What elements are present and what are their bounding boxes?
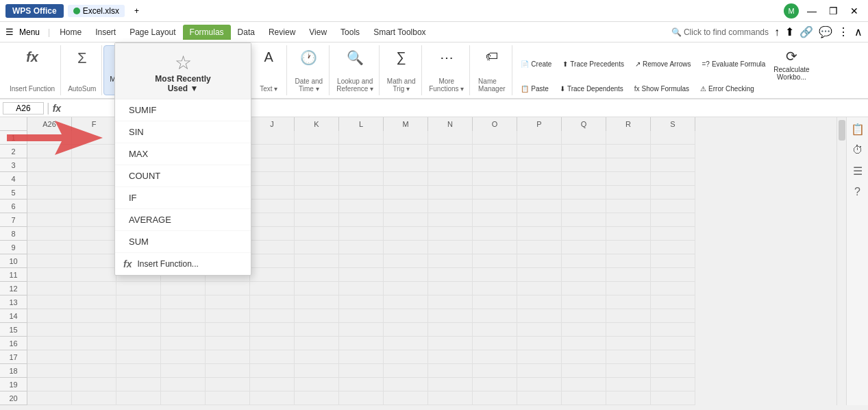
grid-cell-r12c5[interactable]: [250, 282, 295, 296]
grid-cell-r15c9[interactable]: [428, 323, 473, 337]
grid-cell-r1c5[interactable]: [250, 131, 295, 145]
more-functions-button[interactable]: ⋯: [434, 48, 459, 67]
grid-cell-r8c5[interactable]: [250, 227, 295, 241]
grid-cell-r1c9[interactable]: [428, 131, 473, 145]
grid-cell-r9c5[interactable]: [250, 241, 295, 254]
grid-cell-r15c3[interactable]: [161, 323, 206, 337]
grid-cell-r16c7[interactable]: [339, 337, 384, 350]
grid-cell-r4c8[interactable]: [384, 172, 428, 186]
grid-cell-r2c7[interactable]: [339, 145, 384, 158]
grid-cell-r16c5[interactable]: [250, 337, 295, 350]
grid-cell-r17c8[interactable]: [384, 350, 428, 364]
grid-cell-r16c10[interactable]: [473, 337, 517, 350]
grid-cell-r2c14[interactable]: [651, 145, 695, 158]
grid-cell-r10c0[interactable]: [27, 254, 72, 268]
grid-cell-r20c1[interactable]: [72, 391, 116, 405]
grid-cell-r18c13[interactable]: [606, 364, 651, 378]
grid-cell-r10c5[interactable]: [250, 254, 295, 268]
text-button[interactable]: A: [256, 48, 281, 67]
grid-cell-r18c9[interactable]: [428, 364, 473, 378]
grid-cell-r7c7[interactable]: [339, 213, 384, 227]
create-button[interactable]: 📄 Create: [518, 59, 554, 69]
grid-cell-r8c8[interactable]: [384, 227, 428, 241]
grid-cell-r4c11[interactable]: [517, 172, 562, 186]
grid-cell-r19c12[interactable]: [562, 378, 606, 391]
grid-cell-r6c13[interactable]: [606, 200, 651, 213]
grid-cell-r7c13[interactable]: [606, 213, 651, 227]
grid-cell-r20c13[interactable]: [606, 391, 651, 405]
grid-cell-r12c6[interactable]: [295, 282, 339, 296]
grid-cell-r20c11[interactable]: [517, 391, 562, 405]
grid-cell-r17c10[interactable]: [473, 350, 517, 364]
grid-cell-r17c5[interactable]: [250, 350, 295, 364]
grid-cell-r18c3[interactable]: [161, 364, 206, 378]
grid-cell-r20c14[interactable]: [651, 391, 695, 405]
grid-cell-r14c13[interactable]: [606, 309, 651, 323]
grid-cell-r10c12[interactable]: [562, 254, 606, 268]
grid-cell-r20c2[interactable]: [116, 391, 161, 405]
grid-cell-r2c5[interactable]: [250, 145, 295, 158]
tab-formulas[interactable]: Formulas: [183, 25, 231, 40]
grid-cell-r7c11[interactable]: [517, 213, 562, 227]
grid-cell-r19c11[interactable]: [517, 378, 562, 391]
remove-arrows-button[interactable]: ↗ Remove Arrows: [632, 59, 694, 69]
search-commands[interactable]: 🔍 Click to find commands: [671, 27, 769, 37]
grid-cell-r16c8[interactable]: [384, 337, 428, 350]
grid-cell-r13c13[interactable]: [606, 296, 651, 309]
grid-cell-r1c12[interactable]: [562, 131, 606, 145]
grid-cell-r12c14[interactable]: [651, 282, 695, 296]
grid-cell-r15c13[interactable]: [606, 323, 651, 337]
grid-cell-r19c4[interactable]: [206, 378, 250, 391]
grid-cell-r15c6[interactable]: [295, 323, 339, 337]
grid-cell-r12c8[interactable]: [384, 282, 428, 296]
grid-cell-r3c14[interactable]: [651, 158, 695, 172]
grid-cell-r9c7[interactable]: [339, 241, 384, 254]
grid-cell-r19c0[interactable]: [27, 378, 72, 391]
grid-cell-r5c13[interactable]: [606, 186, 651, 200]
grid-cell-r14c7[interactable]: [339, 309, 384, 323]
grid-cell-r12c3[interactable]: [161, 282, 206, 296]
grid-cell-r6c14[interactable]: [651, 200, 695, 213]
grid-cell-r9c12[interactable]: [562, 241, 606, 254]
grid-cell-r16c12[interactable]: [562, 337, 606, 350]
grid-cell-r7c5[interactable]: [250, 213, 295, 227]
grid-cell-r10c1[interactable]: [72, 254, 116, 268]
grid-cell-r7c8[interactable]: [384, 213, 428, 227]
grid-cell-r19c2[interactable]: [116, 378, 161, 391]
grid-cell-r18c1[interactable]: [72, 364, 116, 378]
grid-cell-r6c0[interactable]: [27, 200, 72, 213]
grid-cell-r6c7[interactable]: [339, 200, 384, 213]
grid-cell-r17c13[interactable]: [606, 350, 651, 364]
grid-cell-r14c6[interactable]: [295, 309, 339, 323]
grid-cell-r16c6[interactable]: [295, 337, 339, 350]
grid-cell-r18c8[interactable]: [384, 364, 428, 378]
grid-cell-r18c11[interactable]: [517, 364, 562, 378]
grid-cell-r18c12[interactable]: [562, 364, 606, 378]
tab-data[interactable]: Data: [231, 25, 262, 40]
grid-cell-r1c10[interactable]: [473, 131, 517, 145]
grid-cell-r9c1[interactable]: [72, 241, 116, 254]
grid-cell-r19c9[interactable]: [428, 378, 473, 391]
grid-cell-r12c7[interactable]: [339, 282, 384, 296]
grid-cell-r10c7[interactable]: [339, 254, 384, 268]
grid-cell-r20c9[interactable]: [428, 391, 473, 405]
grid-cell-r13c0[interactable]: [27, 296, 72, 309]
add-tab-button[interactable]: +: [129, 5, 145, 17]
grid-cell-r13c3[interactable]: [161, 296, 206, 309]
grid-cell-r20c6[interactable]: [295, 391, 339, 405]
grid-cell-r2c6[interactable]: [295, 145, 339, 158]
grid-cell-r14c10[interactable]: [473, 309, 517, 323]
grid-cell-r9c8[interactable]: [384, 241, 428, 254]
grid-cell-r14c5[interactable]: [250, 309, 295, 323]
grid-cell-r10c10[interactable]: [473, 254, 517, 268]
grid-cell-r17c12[interactable]: [562, 350, 606, 364]
grid-cell-r16c4[interactable]: [206, 337, 250, 350]
grid-cell-r15c5[interactable]: [250, 323, 295, 337]
grid-cell-r15c12[interactable]: [562, 323, 606, 337]
ribbon-comment-icon[interactable]: 💬: [819, 25, 832, 38]
sidebar-history-icon[interactable]: ⏱: [852, 144, 863, 156]
wps-office-button[interactable]: WPS Office: [5, 4, 64, 18]
grid-cell-r8c9[interactable]: [428, 227, 473, 241]
grid-cell-r14c1[interactable]: [72, 309, 116, 323]
ribbon-share-icon[interactable]: ↑: [774, 26, 780, 38]
